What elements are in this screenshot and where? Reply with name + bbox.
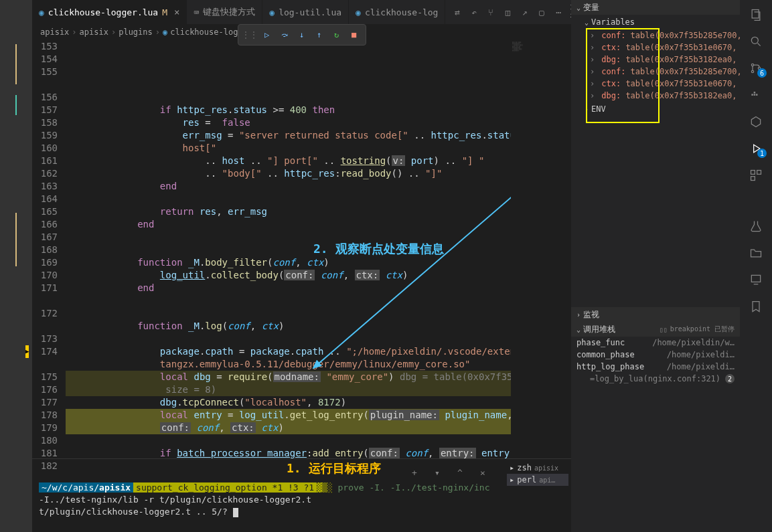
docker-icon[interactable] [748,87,764,103]
search-icon[interactable] [748,33,764,50]
source-control-icon[interactable]: 6 [748,60,764,76]
variable-row[interactable]: › conf: table(0x0x7f35b285e700, siz… [571,29,740,41]
code-line-wrap[interactable]: host[" [66,142,511,155]
code-line[interactable] [66,244,511,256]
arrow-icon[interactable]: ↗ [520,6,530,18]
callstack-list: phase_func/home/pixeldin/w…common_phase/… [571,337,740,385]
step-over-button[interactable]: ⤼ [277,27,292,42]
test-icon[interactable] [748,218,764,234]
folder-icon[interactable] [748,245,764,261]
code-line[interactable]: res = false [66,116,511,129]
lua-icon: ◉ [356,7,361,17]
line-number: 171 [32,282,58,294]
tab-clickhouse-logger[interactable]: ◉ clickhouse-logger.lua M × [32,0,187,24]
add-terminal-button[interactable]: + [406,464,422,480]
code-area[interactable]: 2. 观察断点处变量信息 if httpc_res.status >= 400 … [66,40,511,458]
stop-button[interactable]: ■ [347,27,362,42]
breadcrumb-item[interactable]: apisix [40,27,69,37]
terminal-item-zsh[interactable]: ▸ zsh apisix [507,462,568,474]
variables-section[interactable]: ⌄ Variables [571,15,740,29]
step-out-button[interactable]: ↑ [312,27,327,42]
tab-clickhouse-log-2[interactable]: ◉ clickhouse-log [349,0,445,24]
remote-icon[interactable] [748,272,764,288]
code-line-wrap[interactable]: size = 8) [66,383,511,396]
modified-indicator: M [162,7,167,17]
continue-button[interactable]: ▷ [260,27,275,42]
step-into-button[interactable]: ↓ [295,27,309,42]
undo-icon[interactable]: ↶ [469,6,479,18]
bookmark-icon[interactable] [748,298,764,315]
svg-rect-15 [757,171,761,175]
code-line[interactable]: dbg.tcpConnect("localhost", 8172) [66,396,511,409]
svg-point-5 [751,64,753,66]
close-icon[interactable]: × [475,464,491,480]
terminal-item-perl[interactable]: ▸ perl api… [507,474,568,486]
callstack-row[interactable]: =log_by_lua(nginx.conf:321)2 [571,373,740,385]
variable-row[interactable]: › conf: table(0x0x7f35b285e700, siz… [571,66,740,78]
branch-icon[interactable]: ⑂ [486,6,496,18]
terminal-icon: ▸ [510,463,514,472]
chevron-down-icon[interactable]: ▾ [429,464,445,480]
code-line[interactable]: package.cpath = package.cpath .. ";/home… [66,345,511,358]
hex-icon[interactable] [748,114,764,130]
code-line[interactable]: function _M.log(conf, ctx) [66,320,511,333]
code-line-wrap[interactable]: conf: conf, ctx: ctx) [66,422,511,434]
callstack-header[interactable]: ⌄ 调用堆栈 ▯▯breakpoint 已暂停 [571,322,740,337]
lua-icon: ◉ [39,7,44,17]
compare-icon[interactable]: ⇄ [452,6,462,18]
files-icon[interactable] [748,7,764,23]
code-line[interactable]: local dbg = require(modname: "emmy_core"… [66,371,511,383]
code-line[interactable] [66,333,511,345]
code-line[interactable]: .. "body[" .. httpc_res:read_body() .. "… [66,167,511,180]
code-line[interactable]: if httpc_res.status >= 400 then [66,104,511,116]
breadcrumb[interactable]: apisix› apisix› plugins› ◉ clickhouse-lo… [32,24,571,40]
editor[interactable]: 153154155 156157158159160161162163164165… [32,40,571,458]
layout-icon[interactable]: ▢ [536,6,546,18]
maximize-icon[interactable]: ^ [452,464,468,480]
watch-header[interactable]: › 监视 [571,307,740,322]
tab-keyboard-shortcuts[interactable]: ⌨ 键盘快捷方式 [187,0,262,24]
callstack-row[interactable]: phase_func/home/pixeldin/w… [571,337,740,349]
code-line[interactable] [66,231,511,244]
debug-icon[interactable]: 1 [748,141,764,157]
code-line[interactable] [66,434,511,447]
breadcrumb-item[interactable]: apisix [80,27,108,37]
line-number: 165 [32,205,58,218]
env-section[interactable]: › ENV [571,102,740,116]
variable-row[interactable]: › dbg: table(0x0x7f35b3182ea0, siz… [571,54,740,66]
tab-log-util[interactable]: ◉ log-util.lua [262,0,349,24]
variable-row[interactable]: › ctx: table(0x0x7f35b31e0670, siz… [571,78,740,90]
code-line[interactable]: err_msg = "server returned status code["… [66,129,511,142]
code-line[interactable]: log_util.collect_body(conf: conf, ctx: c… [66,269,511,282]
breadcrumb-item[interactable]: plugins [119,27,153,37]
minimap[interactable]: ███ ██ ████ █████████ ██████ ████ ████ █… [511,40,571,458]
code-line[interactable] [66,307,511,320]
line-number: 161 [32,155,58,167]
code-line[interactable]: if batch_processor_manager:add_entry(con… [66,447,511,458]
variable-row[interactable]: › dbg: table(0x0x7f35b3182ea0, siz… [571,90,740,102]
code-line[interactable] [66,294,511,307]
code-line[interactable] [66,193,511,205]
terminal-line: -I../test-nginx/lib -r t/plugin/clickhou… [39,494,497,506]
code-line[interactable]: return res, err_msg [66,205,511,218]
restart-button[interactable]: ↻ [329,27,344,42]
callstack-row[interactable]: http_log_phase/home/pixeldi… [571,361,740,373]
svg-rect-2 [752,10,759,19]
terminal-content[interactable]: + ▾ ^ × 1. 运行目标程序 ~/w/c/apis/apisixsuppo… [32,459,504,532]
drag-handle-icon[interactable]: ⋮⋮ [242,27,257,42]
code-line[interactable]: function _M.body_filter(conf, ctx) [66,256,511,269]
split-icon[interactable]: ◫ [503,6,513,18]
callstack-row[interactable]: common_phase/home/pixeldi… [571,349,740,361]
code-line[interactable]: .. host .. "] port[" .. tostring(v: port… [66,155,511,167]
extensions-icon[interactable] [748,167,764,183]
close-icon[interactable]: × [174,7,179,17]
variables-header[interactable]: ⌄ 变量 [571,0,740,15]
code-line[interactable]: end [66,218,511,231]
code-line[interactable]: end [66,180,511,193]
variable-row[interactable]: › ctx: table(0x0x7f35b31e0670, siz… [571,41,740,54]
more-icon[interactable]: ⋯ [553,6,563,18]
svg-rect-10 [756,94,758,96]
code-line-wrap[interactable]: tangzx.emmylua-0.5.11/debugger/emmy/linu… [66,358,511,371]
code-line[interactable]: local entry = log_util.get_log_entry(plu… [66,409,511,422]
code-line[interactable]: end [66,282,511,294]
